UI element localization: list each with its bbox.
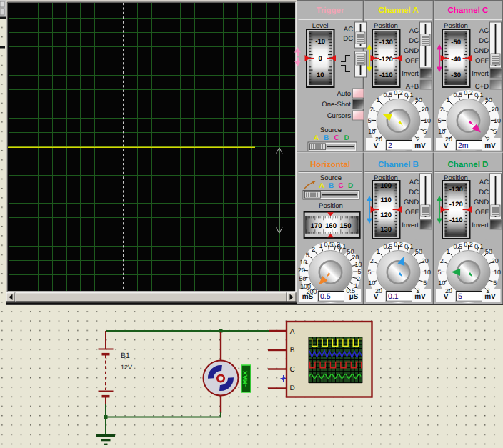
svg-text:-130: -130 <box>449 186 463 194</box>
svg-text:5: 5 <box>357 268 361 275</box>
svg-text:Level: Level <box>312 22 329 30</box>
svg-text:Source: Source <box>320 126 342 134</box>
svg-text:-130: -130 <box>379 39 393 46</box>
svg-text:50: 50 <box>415 248 422 255</box>
svg-text:DC: DC <box>479 189 489 196</box>
svg-text:GND: GND <box>474 199 489 206</box>
svg-text:V: V <box>444 293 449 301</box>
svg-text:AC: AC <box>479 27 489 35</box>
svg-text:20: 20 <box>352 254 359 261</box>
svg-text:Invert: Invert <box>402 70 419 78</box>
svg-text:Cursors: Cursors <box>327 112 352 120</box>
svg-text:D: D <box>289 384 294 392</box>
svg-text:20: 20 <box>492 106 499 113</box>
svg-text:-50: -50 <box>451 39 461 46</box>
svg-text:1: 1 <box>377 96 380 104</box>
svg-text:110: 110 <box>381 196 392 204</box>
svg-text:50: 50 <box>415 96 422 104</box>
svg-text:1: 1 <box>447 248 450 255</box>
svg-text:50: 50 <box>485 96 492 104</box>
svg-text:OFF: OFF <box>475 209 489 216</box>
svg-text:OFF: OFF <box>405 57 419 65</box>
svg-text:Invert: Invert <box>402 221 419 229</box>
svg-text:12V: 12V <box>121 364 132 371</box>
svg-text:GND: GND <box>474 47 489 55</box>
svg-text:V: V <box>444 142 449 150</box>
svg-text:1: 1 <box>377 248 380 255</box>
svg-text:5: 5 <box>423 128 427 135</box>
svg-text:0.2: 0.2 <box>394 89 403 96</box>
svg-text:Trigger: Trigger <box>317 6 345 15</box>
svg-text:One-Shot: One-Shot <box>322 101 351 109</box>
svg-text:Channel C: Channel C <box>448 6 489 15</box>
svg-text:0.1: 0.1 <box>404 243 414 250</box>
svg-text:-120: -120 <box>379 56 393 64</box>
svg-text:10: 10 <box>494 269 501 276</box>
svg-text:mV: mV <box>414 293 426 301</box>
svg-text:50: 50 <box>485 248 492 255</box>
svg-text:10: 10 <box>494 117 501 124</box>
svg-text:mV: mV <box>414 142 426 150</box>
svg-text:10: 10 <box>368 279 375 287</box>
svg-text:0.2: 0.2 <box>464 89 473 96</box>
svg-text:160: 160 <box>325 222 337 230</box>
svg-text:20: 20 <box>298 267 305 274</box>
svg-text:A: A <box>319 182 324 190</box>
svg-text:0.1: 0.1 <box>474 91 484 99</box>
svg-text:-120: -120 <box>449 201 463 209</box>
svg-text:-110: -110 <box>379 71 393 79</box>
svg-text:GND: GND <box>404 199 419 206</box>
svg-text:0.5: 0.5 <box>383 243 392 250</box>
svg-text:0.5: 0.5 <box>383 91 392 99</box>
svg-text:5: 5 <box>493 128 497 135</box>
svg-text:20: 20 <box>422 257 429 264</box>
svg-text:10: 10 <box>368 128 375 135</box>
svg-text:AC: AC <box>409 179 419 186</box>
svg-text:5: 5 <box>493 279 497 287</box>
svg-text:GND: GND <box>404 47 419 55</box>
svg-text:0.5: 0.5 <box>453 243 462 250</box>
svg-text:C+D: C+D <box>475 83 489 91</box>
svg-text:B: B <box>324 134 329 142</box>
svg-text:0.1: 0.1 <box>404 91 414 99</box>
svg-text:10: 10 <box>438 128 445 135</box>
svg-text:1: 1 <box>447 96 450 104</box>
svg-text:DC: DC <box>479 37 489 45</box>
svg-text:2: 2 <box>312 246 315 253</box>
svg-text:Horizontal: Horizontal <box>310 161 350 169</box>
svg-text:10: 10 <box>300 259 307 266</box>
svg-text:10: 10 <box>424 269 431 276</box>
svg-text:C: C <box>289 366 294 374</box>
svg-text:20: 20 <box>492 257 499 264</box>
svg-text:Invert: Invert <box>472 221 489 229</box>
svg-text:130: 130 <box>380 226 392 234</box>
svg-text:-10: -10 <box>315 38 325 46</box>
svg-text:0.5: 0.5 <box>320 292 331 301</box>
svg-text:170: 170 <box>311 222 322 230</box>
svg-text:-110: -110 <box>449 216 463 224</box>
svg-text:0.1: 0.1 <box>388 292 399 301</box>
svg-text:C: C <box>334 134 339 142</box>
svg-text:Channel A: Channel A <box>378 6 418 15</box>
svg-text:100: 100 <box>380 182 392 190</box>
svg-text:10: 10 <box>354 261 362 268</box>
svg-text:5: 5 <box>437 269 441 276</box>
svg-text:DC: DC <box>409 37 419 45</box>
svg-text:0.5: 0.5 <box>453 91 462 99</box>
svg-text:5: 5 <box>458 292 462 301</box>
svg-text:5: 5 <box>367 117 371 124</box>
svg-text:Position: Position <box>444 22 468 30</box>
svg-text:-40: -40 <box>451 56 461 64</box>
svg-text:OFF: OFF <box>475 57 489 65</box>
svg-text:5: 5 <box>423 279 427 287</box>
svg-text:mV: mV <box>484 142 496 150</box>
svg-text:Channel D: Channel D <box>448 161 489 169</box>
svg-text:5: 5 <box>437 117 441 124</box>
svg-text:2: 2 <box>370 106 374 113</box>
svg-text:150: 150 <box>340 222 352 230</box>
svg-text:V: V <box>374 142 379 150</box>
svg-text:A: A <box>314 134 319 142</box>
svg-text:2: 2 <box>440 257 444 264</box>
svg-text:AC: AC <box>479 179 489 186</box>
svg-text:B: B <box>290 347 295 354</box>
